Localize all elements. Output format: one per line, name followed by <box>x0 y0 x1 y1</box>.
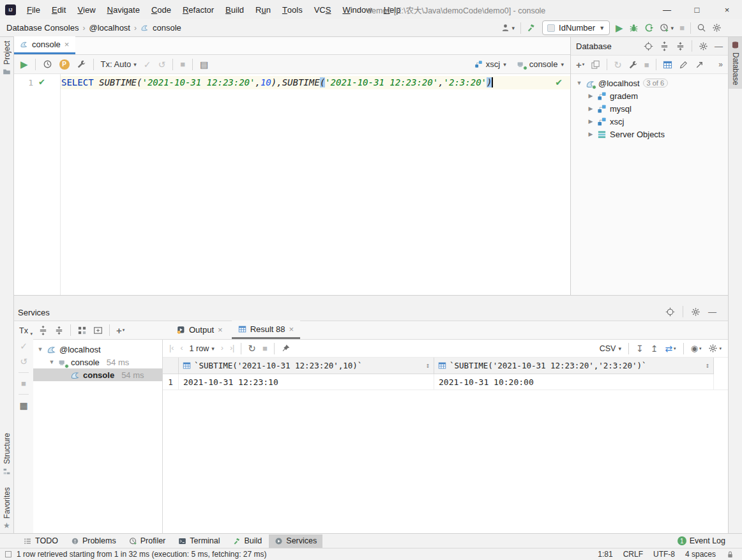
breadcrumb-localhost[interactable]: @localhost <box>89 23 130 33</box>
collapse-all-icon[interactable] <box>54 326 64 335</box>
settings-gear-icon[interactable] <box>712 23 722 33</box>
tree-row-server-objects[interactable]: ▶ Server Objects <box>571 128 728 140</box>
page-size-selector[interactable]: 1 row▾ <box>190 344 215 353</box>
tx-mode-button[interactable]: Tx▾ <box>19 326 28 335</box>
sort-icon[interactable]: ↕ <box>705 361 709 370</box>
datasource-properties-icon[interactable] <box>628 60 638 70</box>
locate-target-icon[interactable] <box>665 307 675 317</box>
open-in-new-frame-icon[interactable] <box>93 326 103 335</box>
tree-row-localhost[interactable]: ▼ @localhost <box>33 343 162 356</box>
sql-editor[interactable]: 1 ✔ SELECT SUBTIME('2021-10-31 12:23:20'… <box>14 74 570 295</box>
tab-console[interactable]: console × <box>14 36 75 54</box>
menu-file[interactable]: File <box>21 0 46 19</box>
schema-selector[interactable]: xscj ▾ <box>474 59 506 69</box>
add-datasource-button[interactable]: +▾ <box>576 60 584 70</box>
column-header-1[interactable]: `SUBTIME('2021-10-31 12:23:20',10)` ↕ <box>179 358 434 374</box>
profiler-button[interactable]: ▾ <box>660 23 674 33</box>
duplicate-icon[interactable] <box>591 60 600 70</box>
chevron-collapsed-icon[interactable]: ▶ <box>587 93 594 99</box>
compare-icon[interactable]: ⇄▾ <box>665 344 676 353</box>
tree-row-console-selected[interactable]: console 54 ms <box>33 368 162 381</box>
chevron-expanded-icon[interactable]: ▼ <box>49 359 55 365</box>
menu-code[interactable]: Code <box>146 0 177 19</box>
debug-button[interactable] <box>629 23 639 33</box>
chevrons-more-icon[interactable]: » <box>718 61 723 68</box>
chevron-collapsed-icon[interactable]: ▶ <box>587 118 594 125</box>
wrench-icon[interactable] <box>77 59 86 69</box>
reload-icon[interactable]: ↻ <box>248 344 256 353</box>
edit-pencil-icon[interactable] <box>679 60 688 70</box>
sql-statement[interactable]: SELECT SUBTIME('2021-10-31 12:23:20',10)… <box>61 77 493 87</box>
parameters-icon[interactable]: P <box>59 59 70 70</box>
jump-to-icon[interactable] <box>695 60 704 70</box>
maximize-button[interactable]: □ <box>682 0 712 19</box>
chevron-expanded-icon[interactable]: ▼ <box>576 80 582 86</box>
event-log-button[interactable]: 1 Event Log <box>678 536 725 545</box>
menu-vcs[interactable]: VCS <box>308 0 337 19</box>
import-upload-icon[interactable]: ↥ <box>651 344 658 353</box>
group-by-icon[interactable] <box>77 326 87 335</box>
line-ending-indicator[interactable]: CRLF <box>623 550 643 559</box>
execute-button[interactable]: ▶ <box>20 59 28 69</box>
user-menu-button[interactable]: ▾ <box>501 23 515 33</box>
tool-todo[interactable]: TODO <box>18 534 64 548</box>
column-header-2[interactable]: `SUBTIME('2021-10-31 12:23:20','2:3:20')… <box>434 358 714 374</box>
tool-stripe-favorites[interactable]: Favorites ★ <box>3 483 11 533</box>
tool-profiler[interactable]: Profiler <box>123 534 172 548</box>
breadcrumb-console[interactable]: console <box>153 23 181 33</box>
row-number[interactable]: 1 <box>163 374 179 390</box>
export-format-selector[interactable]: CSV▾ <box>600 344 621 353</box>
close-button[interactable]: × <box>712 0 742 19</box>
menu-run[interactable]: Run <box>250 0 276 19</box>
close-icon[interactable]: × <box>64 40 70 49</box>
tree-row-mysql[interactable]: ▶ mysql <box>571 102 728 115</box>
gear-icon[interactable] <box>691 307 700 317</box>
tool-stripe-structure[interactable]: Structure <box>3 429 11 480</box>
collapse-all-icon[interactable] <box>676 42 685 51</box>
menu-build[interactable]: Build <box>220 0 250 19</box>
sort-icon[interactable]: ↕ <box>425 361 430 370</box>
tool-terminal[interactable]: Terminal <box>172 534 225 548</box>
breadcrumb-database-consoles[interactable]: Database Consoles <box>6 23 79 33</box>
expand-all-icon[interactable] <box>660 42 669 51</box>
export-download-icon[interactable]: ↧ <box>636 344 644 353</box>
tree-row-gradem[interactable]: ▶ gradem <box>571 89 728 102</box>
gear-icon[interactable] <box>699 42 708 51</box>
pin-tab-icon[interactable] <box>281 344 291 353</box>
gradient-logo-icon[interactable] <box>727 23 737 33</box>
chevron-collapsed-icon[interactable]: ▶ <box>587 105 594 112</box>
minimize-button[interactable]: — <box>652 0 682 19</box>
add-service-button[interactable]: +▾ <box>116 326 125 335</box>
view-options-eye-icon[interactable]: ◉▾ <box>691 344 702 352</box>
tree-row-localhost[interactable]: ▼ @localhost 3 of 6 <box>571 77 728 89</box>
locate-target-icon[interactable] <box>644 42 653 51</box>
lock-icon[interactable] <box>726 550 734 559</box>
caret-position[interactable]: 1:81 <box>598 550 612 559</box>
output-console-icon[interactable]: ▤ <box>200 60 208 69</box>
tab-output[interactable]: Output × <box>170 321 229 339</box>
chevron-collapsed-icon[interactable]: ▶ <box>587 131 594 137</box>
chevron-expanded-icon[interactable]: ▼ <box>37 346 43 352</box>
history-clock-icon[interactable] <box>43 59 52 69</box>
run-with-coverage-button[interactable] <box>644 23 654 33</box>
menu-refactor[interactable]: Refactor <box>177 0 220 19</box>
open-table-icon[interactable] <box>663 60 672 70</box>
close-icon[interactable]: × <box>218 325 223 335</box>
result-settings-gear-icon[interactable]: ▾ <box>708 344 722 353</box>
tool-build[interactable]: Build <box>227 534 268 548</box>
run-button[interactable]: ▶ <box>616 23 623 33</box>
tab-result-88[interactable]: Result 88 × <box>232 321 301 339</box>
tree-row-session[interactable]: ▼ console 54 ms <box>33 356 162 368</box>
tool-services[interactable]: Services <box>269 534 322 548</box>
tree-row-xscj[interactable]: ▶ xscj <box>571 115 728 128</box>
layout-grid-icon[interactable]: ▦ <box>19 401 27 410</box>
hide-panel-icon[interactable]: — <box>715 42 723 50</box>
hide-panel-icon[interactable]: — <box>708 308 716 316</box>
tool-stripe-project[interactable]: Project <box>3 37 11 80</box>
menu-view[interactable]: View <box>72 0 101 19</box>
run-configuration-selector[interactable]: IdNumber ▼ <box>542 20 610 35</box>
tool-stripe-database[interactable]: Database <box>729 37 742 89</box>
menu-tools[interactable]: Tools <box>276 0 308 19</box>
tx-mode-selector[interactable]: Tx: Auto ▾ <box>101 59 137 69</box>
build-hammer-icon[interactable] <box>527 23 536 33</box>
